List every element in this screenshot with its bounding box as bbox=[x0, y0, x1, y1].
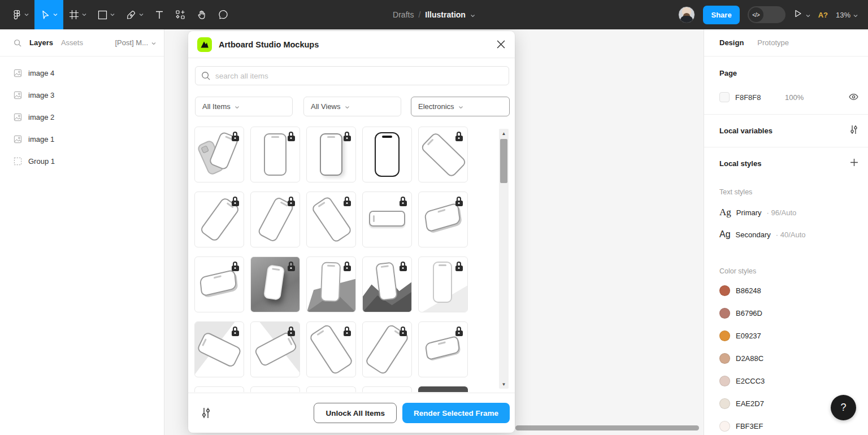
text-tool-button[interactable] bbox=[149, 0, 170, 29]
layer-list: image 4image 3image 2image 1Group 1 bbox=[0, 56, 164, 172]
phone-mockup bbox=[199, 269, 237, 297]
mockup-thumbnail[interactable] bbox=[306, 321, 356, 377]
font-missing-badge[interactable]: A? bbox=[818, 11, 828, 19]
text-style-meta: · 40/Auto bbox=[776, 230, 806, 239]
breadcrumb-folder[interactable]: Drafts bbox=[393, 10, 414, 19]
mockup-thumbnail[interactable] bbox=[306, 256, 356, 312]
close-icon[interactable] bbox=[497, 40, 505, 49]
pen-tool-button[interactable] bbox=[120, 0, 149, 29]
scroll-up-icon[interactable]: ▲ bbox=[499, 129, 509, 138]
filter-label: All Views bbox=[311, 102, 341, 111]
mockup-thumbnail[interactable] bbox=[194, 256, 244, 312]
mockup-thumbnail[interactable] bbox=[418, 127, 468, 182]
page-color-swatch[interactable] bbox=[719, 92, 730, 102]
eye-icon[interactable] bbox=[849, 92, 858, 102]
layers-panel-header: Layers Assets [Post] M... bbox=[0, 29, 164, 56]
mockup-thumbnail[interactable] bbox=[250, 192, 300, 247]
render-selected-frame-button[interactable]: Render Selected Frame bbox=[402, 403, 510, 423]
page-color-opacity[interactable]: 100% bbox=[785, 93, 804, 102]
filter-category-dropdown[interactable]: Electronics bbox=[411, 97, 510, 116]
tab-prototype[interactable]: Prototype bbox=[757, 38, 789, 47]
mockup-thumbnail[interactable] bbox=[362, 127, 412, 182]
color-style-row[interactable]: EAE2D7 bbox=[719, 398, 764, 409]
tab-layers[interactable]: Layers bbox=[29, 38, 53, 47]
move-tool-button[interactable] bbox=[34, 0, 63, 29]
color-swatch bbox=[719, 376, 730, 386]
layer-row[interactable]: image 1 bbox=[0, 128, 164, 150]
present-button[interactable] bbox=[793, 9, 810, 20]
text-style-row[interactable]: AgSecondary· 40/Auto bbox=[719, 229, 806, 240]
group-icon bbox=[14, 157, 22, 166]
layer-row[interactable]: image 2 bbox=[0, 106, 164, 128]
share-button[interactable]: Share bbox=[703, 6, 739, 24]
dev-mode-toggle[interactable]: </> bbox=[748, 6, 785, 23]
phone-notch bbox=[373, 215, 375, 222]
modal-scrollbar[interactable]: ▲ ▼ bbox=[499, 129, 509, 389]
mockup-thumbnail[interactable] bbox=[250, 127, 300, 182]
mockup-thumbnail-partial[interactable] bbox=[362, 386, 412, 392]
page-selector[interactable]: [Post] M... bbox=[115, 38, 156, 47]
mockup-thumbnail[interactable] bbox=[250, 321, 300, 377]
filter-items-dropdown[interactable]: All Items bbox=[195, 97, 293, 116]
mockup-thumbnail[interactable] bbox=[250, 256, 300, 312]
variables-sliders-icon[interactable] bbox=[849, 124, 858, 135]
text-icon bbox=[155, 10, 164, 20]
color-style-row[interactable]: FBF3EF bbox=[719, 421, 763, 432]
chevron-down-icon bbox=[151, 38, 156, 47]
canvas-horizontal-scrollbar[interactable] bbox=[515, 425, 699, 430]
comment-tool-button[interactable] bbox=[212, 0, 234, 29]
zoom-menu[interactable]: 13% bbox=[836, 11, 858, 19]
shape-tool-button[interactable] bbox=[92, 0, 120, 29]
color-style-name: D2A88C bbox=[736, 354, 763, 363]
color-swatch bbox=[719, 353, 730, 364]
mockup-thumbnail-partial[interactable] bbox=[306, 386, 356, 392]
filter-views-dropdown[interactable]: All Views bbox=[303, 97, 401, 116]
mockup-thumbnail[interactable] bbox=[194, 192, 244, 247]
layer-row[interactable]: image 4 bbox=[0, 62, 164, 84]
mockup-thumbnail-partial[interactable] bbox=[194, 386, 244, 392]
scroll-down-icon[interactable]: ▼ bbox=[499, 380, 509, 389]
mockup-thumbnail[interactable] bbox=[362, 321, 412, 377]
layer-row[interactable]: image 3 bbox=[0, 84, 164, 106]
page-color-value[interactable]: F8F8F8 bbox=[735, 93, 761, 102]
sliders-icon[interactable] bbox=[201, 407, 211, 419]
avatar[interactable] bbox=[678, 6, 695, 23]
mockup-thumbnail[interactable] bbox=[194, 127, 244, 182]
mockup-thumbnail[interactable] bbox=[362, 192, 412, 247]
search-input[interactable] bbox=[215, 72, 503, 80]
mockup-thumbnail[interactable] bbox=[418, 192, 468, 247]
main-menu-button[interactable] bbox=[5, 0, 34, 29]
mockup-thumbnail[interactable] bbox=[418, 256, 468, 312]
scrollbar-thumb[interactable] bbox=[500, 139, 507, 183]
color-style-row[interactable]: E09237 bbox=[719, 330, 761, 341]
breadcrumb-file[interactable]: Illustration bbox=[425, 10, 466, 19]
text-style-row[interactable]: AgPrimary· 96/Auto bbox=[719, 207, 796, 218]
color-style-row[interactable]: E2CCC3 bbox=[719, 376, 765, 386]
mockup-thumbnail[interactable] bbox=[418, 321, 468, 377]
mockup-thumbnail-partial[interactable] bbox=[250, 386, 300, 392]
unlock-all-items-button[interactable]: Unlock All Items bbox=[314, 403, 397, 423]
lock-icon bbox=[455, 327, 463, 336]
color-style-row[interactable]: B86248 bbox=[719, 285, 761, 296]
mockup-thumbnail-partial[interactable] bbox=[418, 386, 468, 392]
mockup-thumbnail[interactable] bbox=[306, 127, 356, 182]
help-button[interactable]: ? bbox=[831, 395, 856, 420]
mockup-thumbnail[interactable] bbox=[194, 321, 244, 377]
color-style-row[interactable]: D2A88C bbox=[719, 353, 763, 364]
tab-design[interactable]: Design bbox=[719, 38, 744, 47]
layer-row[interactable]: Group 1 bbox=[0, 150, 164, 172]
tab-assets[interactable]: Assets bbox=[61, 38, 83, 47]
search-icon[interactable] bbox=[14, 39, 21, 47]
frame-tool-button[interactable] bbox=[63, 0, 92, 29]
text-style-sample: Ag bbox=[719, 229, 731, 240]
phone-mockup bbox=[375, 132, 400, 177]
mockup-thumbnail[interactable] bbox=[306, 192, 356, 247]
actions-tool-button[interactable] bbox=[170, 0, 191, 29]
color-style-row[interactable]: B6796D bbox=[719, 308, 762, 319]
plus-icon[interactable] bbox=[850, 158, 858, 167]
text-styles-heading: Text styles bbox=[719, 188, 752, 196]
design-panel-tabs: Design Prototype bbox=[704, 29, 868, 56]
hand-tool-button[interactable] bbox=[191, 0, 212, 29]
chevron-down-icon[interactable] bbox=[470, 10, 475, 19]
mockup-thumbnail[interactable] bbox=[362, 256, 412, 312]
